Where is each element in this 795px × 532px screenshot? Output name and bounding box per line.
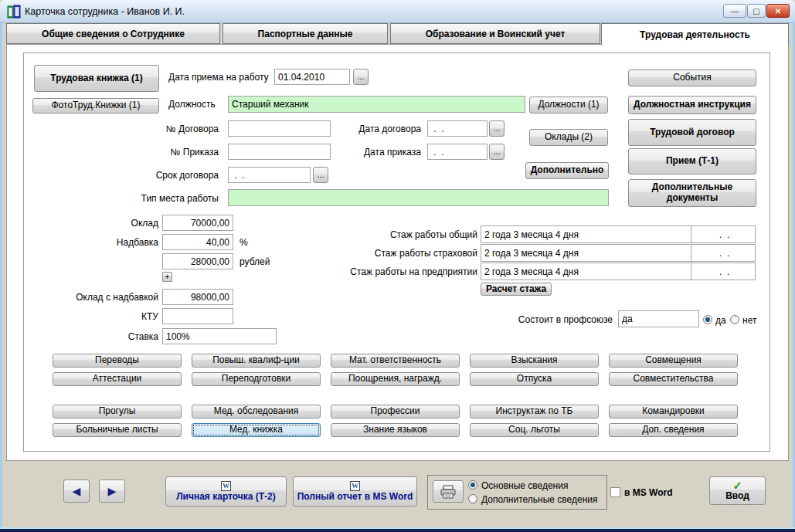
button-label: Прогулы bbox=[99, 406, 136, 417]
word-icon: W bbox=[221, 481, 231, 491]
bonus-percent-input[interactable] bbox=[162, 234, 233, 250]
print-additional-info-radio[interactable] bbox=[468, 494, 477, 503]
experience-total-input[interactable] bbox=[481, 225, 691, 243]
next-record-button[interactable]: ▶ bbox=[99, 479, 125, 503]
personal-card-t2-button[interactable]: W Личная карточка (Т-2) bbox=[165, 476, 287, 507]
hire-date-input[interactable] bbox=[274, 69, 350, 85]
minimize-button[interactable]: — bbox=[723, 4, 746, 18]
union-no-radio[interactable] bbox=[730, 315, 739, 324]
print-main-info-radio[interactable] bbox=[468, 480, 477, 490]
bonus-label: Надбавка bbox=[46, 237, 158, 248]
button-label: Оклады (2) bbox=[545, 132, 593, 143]
button-label: Взыскания bbox=[511, 355, 557, 366]
experience-total-date-input[interactable] bbox=[691, 225, 756, 243]
print-button[interactable] bbox=[433, 480, 464, 503]
union-input[interactable] bbox=[618, 310, 699, 327]
work-book-button[interactable]: Трудовая книжка (1) bbox=[34, 65, 159, 92]
rubles-unit-label: рублей bbox=[240, 256, 270, 267]
experience-company-input[interactable] bbox=[481, 263, 691, 280]
button-label: Должности (1) bbox=[538, 100, 599, 110]
tab-label: Общие сведения о Сотруднике bbox=[42, 29, 185, 39]
section-button-med-examinations[interactable]: Мед. обследования bbox=[192, 405, 321, 418]
section-button-med-book[interactable]: Мед. книжка bbox=[192, 423, 321, 437]
button-label: + bbox=[165, 273, 170, 282]
section-button-penalties[interactable]: Взыскания bbox=[470, 354, 599, 368]
rate-input[interactable] bbox=[162, 328, 277, 344]
position-input[interactable] bbox=[228, 96, 525, 113]
enter-button[interactable]: ✓ Ввод bbox=[709, 476, 766, 505]
additional-button[interactable]: Дополнительно bbox=[525, 162, 609, 179]
employment-contract-button[interactable]: Трудовой договор bbox=[628, 119, 756, 146]
contract-term-input[interactable] bbox=[228, 167, 311, 183]
button-label: Отпуска bbox=[517, 374, 552, 385]
contract-date-input[interactable] bbox=[427, 120, 488, 137]
section-button-rewards[interactable]: Поощрения, награжд. bbox=[331, 372, 460, 386]
order-date-browse-button[interactable]: ... bbox=[489, 144, 505, 160]
button-label: Поощрения, награжд. bbox=[348, 374, 442, 385]
left-arrow-icon: ◀ bbox=[73, 485, 81, 497]
maximize-button[interactable]: ▢ bbox=[747, 4, 766, 18]
union-label: Состоит в профсоюзе bbox=[471, 314, 613, 325]
section-button-vacations[interactable]: Отпуска bbox=[470, 372, 599, 386]
tab-general-info[interactable]: Общие сведения о Сотруднике bbox=[6, 23, 220, 44]
tab-work-activity[interactable]: Трудовая деятельность bbox=[601, 23, 789, 45]
salaries-button[interactable]: Оклады (2) bbox=[529, 129, 608, 146]
close-button[interactable]: ✕ bbox=[766, 4, 790, 18]
button-label: Должностная инструкция bbox=[634, 100, 751, 110]
job-description-button[interactable]: Должностная инструкция bbox=[628, 96, 756, 114]
previous-record-button[interactable]: ◀ bbox=[63, 479, 90, 503]
tab-education-military[interactable]: Образование и Воинский учет bbox=[390, 23, 600, 44]
order-no-input[interactable] bbox=[228, 144, 331, 160]
hiring-t1-button[interactable]: Прием (Т-1) bbox=[628, 148, 756, 175]
section-button-second-jobs[interactable]: Совместительства bbox=[609, 372, 738, 386]
section-button-sick-leaves[interactable]: Больничные листы bbox=[53, 423, 182, 437]
experience-company-date-input[interactable] bbox=[691, 263, 756, 280]
button-label: Знание языков bbox=[363, 425, 427, 435]
additional-documents-button[interactable]: Дополнительные документы bbox=[628, 179, 756, 207]
photo-work-books-button[interactable]: ФотоТруд.Книжки (1) bbox=[32, 98, 159, 114]
section-button-qualification[interactable]: Повыш. квалиф-ции bbox=[192, 354, 321, 368]
section-button-attestations[interactable]: Аттестации bbox=[53, 372, 182, 386]
section-button-additional-info[interactable]: Доп. сведения bbox=[609, 423, 738, 437]
tab-passport-data[interactable]: Паспортные данные bbox=[223, 23, 388, 44]
plus-button[interactable]: + bbox=[162, 272, 172, 282]
percent-unit-label: % bbox=[240, 237, 248, 248]
button-label: Доп. сведения bbox=[642, 425, 704, 435]
full-report-word-button[interactable]: W Полный отчет в MS Word bbox=[293, 476, 417, 507]
salary-with-bonus-input[interactable] bbox=[162, 289, 233, 305]
experience-insurance-input[interactable] bbox=[481, 244, 691, 262]
button-label: Полный отчет в MS Word bbox=[297, 492, 413, 503]
order-date-input[interactable] bbox=[427, 144, 488, 160]
section-button-safety-training[interactable]: Инструктаж по ТБ bbox=[470, 405, 599, 418]
section-button-professions[interactable]: Профессии bbox=[331, 405, 460, 418]
positions-button[interactable]: Должности (1) bbox=[529, 97, 608, 114]
section-button-combinations[interactable]: Совмещения bbox=[609, 354, 738, 368]
events-button[interactable]: События bbox=[628, 69, 756, 86]
union-yes-radio[interactable] bbox=[703, 315, 712, 324]
button-label: Совместительства bbox=[633, 374, 713, 385]
ktu-input[interactable] bbox=[162, 308, 233, 324]
section-button-transfers[interactable]: Переводы bbox=[53, 354, 182, 368]
ktu-label: КТУ bbox=[46, 311, 158, 322]
ms-word-checkbox-label: в MS Word bbox=[624, 487, 672, 498]
section-button-absences[interactable]: Прогулы bbox=[53, 405, 182, 418]
contract-no-input[interactable] bbox=[228, 120, 331, 137]
section-button-business-trips[interactable]: Командировки bbox=[609, 405, 738, 418]
section-button-social-benefits[interactable]: Соц. льготы bbox=[470, 423, 599, 437]
calc-experience-button[interactable]: Расчет стажа bbox=[481, 283, 552, 296]
section-button-languages[interactable]: Знание языков bbox=[331, 423, 460, 437]
workplace-type-input[interactable] bbox=[228, 189, 609, 206]
tab-label: Образование и Воинский учет bbox=[426, 29, 566, 39]
section-button-mat-responsibility[interactable]: Мат. ответственность bbox=[331, 354, 460, 368]
ms-word-checkbox[interactable] bbox=[610, 487, 620, 497]
bonus-rubles-input[interactable] bbox=[162, 253, 233, 269]
experience-total-label: Стаж работы общий bbox=[332, 229, 477, 240]
contract-date-browse-button[interactable]: ... bbox=[489, 120, 505, 137]
workplace-type-label: Тип места работы bbox=[114, 193, 219, 204]
union-yes-label: да bbox=[715, 315, 726, 326]
section-button-retraining[interactable]: Переподготовки bbox=[192, 372, 321, 386]
experience-insurance-date-input[interactable] bbox=[691, 244, 756, 262]
hire-date-browse-button[interactable]: ... bbox=[353, 69, 369, 85]
contract-term-browse-button[interactable]: ... bbox=[313, 167, 328, 183]
salary-input[interactable] bbox=[162, 215, 233, 231]
